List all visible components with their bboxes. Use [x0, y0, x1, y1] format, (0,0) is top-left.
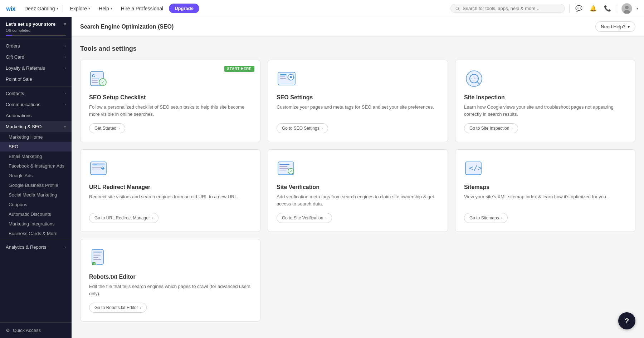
card-site-inspection: Site Inspection Learn how Google views y… [455, 60, 635, 142]
sidebar-setup: Let's set up your store ▾ 1/9 completed [0, 17, 72, 39]
svg-rect-36 [279, 168, 289, 169]
sidebar-sub-discounts[interactable]: Automatic Discounts [0, 209, 72, 219]
sidebar-sub-seo[interactable]: SEO [0, 142, 72, 151]
help-fab[interactable]: ? [618, 312, 635, 329]
explore-link[interactable]: Explore ▾ [67, 4, 93, 13]
sidebar-item-automations[interactable]: Automations [0, 110, 72, 121]
sidebar-item-loyalty-chevron: › [65, 66, 66, 70]
need-help-label: Need Help? [601, 24, 625, 29]
bell-icon[interactable]: 🔔 [588, 4, 598, 14]
card-seo-settings-btn[interactable]: Go to SEO Settings › [277, 123, 328, 133]
sidebar-item-loyalty[interactable]: Loyalty & Referrals › [0, 63, 72, 74]
sidebar-item-automations-label: Automations [6, 113, 66, 118]
search-icon [455, 6, 460, 11]
svg-rect-43 [93, 252, 102, 253]
svg-text:G: G [92, 74, 95, 78]
sidebar-item-contacts-chevron: › [65, 91, 66, 95]
card-sitemaps-desc: View your site's XML sitemap index & lea… [464, 193, 626, 207]
explore-chevron: ▾ [88, 6, 90, 10]
setup-title[interactable]: Let's set up your store ▾ [6, 21, 66, 27]
search-bar[interactable] [450, 4, 565, 13]
card-site-verification-title: Site Verification [277, 184, 439, 190]
card-url-redirect-desc: Redirect site visitors and search engine… [89, 193, 252, 207]
sidebar-item-communications-chevron: › [65, 103, 66, 106]
sidebar-item-communications[interactable]: Communications › [0, 99, 72, 110]
wix-logo[interactable]: wix [6, 5, 19, 12]
sidebar-item-analytics[interactable]: Analytics & Reports › [0, 242, 72, 253]
avatar-chevron[interactable]: ▾ [636, 6, 638, 10]
card-site-verification-btn-label: Go to Site Verification [282, 215, 323, 220]
sidebar-sub-google-business[interactable]: Google Business Profile [0, 180, 72, 190]
sidebar-sub-facebook[interactable]: Facebook & Instagram Ads [0, 161, 72, 171]
svg-point-4 [625, 6, 629, 9]
sidebar-sub-integrations[interactable]: Marketing Integrations [0, 219, 72, 229]
help-fab-label: ? [625, 317, 629, 325]
layout: Let's set up your store ▾ 1/9 completed … [0, 0, 644, 338]
hire-link[interactable]: Hire a Professional [118, 4, 166, 13]
quick-access-button[interactable]: ⚙ Quick Access [6, 325, 66, 335]
upgrade-button[interactable]: Upgrade [169, 4, 199, 13]
card-site-verification: ✓ Site Verification Add verification met… [268, 149, 448, 232]
workspace-chevron: ▾ [57, 6, 58, 10]
robots-icon: TXT [89, 248, 109, 268]
search-input[interactable] [463, 6, 560, 11]
card-url-redirect-btn[interactable]: Go to URL Redirect Manager › [89, 213, 158, 223]
card-site-inspection-desc: Learn how Google views your site and tro… [464, 104, 626, 118]
sidebar-sub-google-ads[interactable]: Google Ads [0, 171, 72, 180]
need-help-button[interactable]: Need Help? ▾ [595, 21, 635, 32]
card-site-inspection-btn[interactable]: Go to Site Inspection › [464, 123, 518, 133]
sidebar-sub-business-cards[interactable]: Business Cards & More [0, 229, 72, 238]
phone-icon[interactable]: 📞 [602, 4, 613, 14]
sidebar-sub-coupons[interactable]: Coupons [0, 200, 72, 209]
sidebar-item-loyalty-label: Loyalty & Referrals [6, 65, 65, 71]
svg-rect-10 [92, 82, 98, 83]
chat-icon[interactable]: 💬 [574, 4, 584, 14]
start-here-badge: START HERE [224, 66, 254, 72]
svg-rect-35 [279, 166, 287, 167]
card-sitemaps-btn-label: Go to Sitemaps [469, 215, 499, 220]
sidebar-sub-social[interactable]: Social Media Marketing [0, 190, 72, 200]
sidebar-item-contacts[interactable]: Contacts › [0, 88, 72, 99]
workspace-selector[interactable]: Deez Gaming ▾ [24, 6, 58, 11]
sidebar-item-giftcard-label: Gift Card [6, 54, 65, 60]
svg-rect-37 [279, 170, 286, 170]
svg-rect-34 [279, 164, 289, 165]
svg-rect-8 [92, 79, 99, 79]
sidebar: Let's set up your store ▾ 1/9 completed … [0, 17, 72, 338]
card-seo-setup-desc: Follow a personalized checklist of SEO s… [89, 104, 252, 118]
svg-text:✓: ✓ [101, 80, 104, 85]
section-title: Tools and settings [80, 45, 635, 53]
seo-settings-icon [277, 69, 297, 89]
sidebar-sub-marketing-home[interactable]: Marketing Home [0, 132, 72, 142]
card-site-inspection-title: Site Inspection [464, 94, 626, 101]
sidebar-item-contacts-label: Contacts [6, 91, 65, 96]
sidebar-item-pos[interactable]: Point of Sale [0, 74, 72, 85]
sidebar-item-orders-chevron: › [65, 44, 66, 48]
sidebar-item-marketing-chevron: ▾ [64, 125, 66, 129]
card-sitemaps-btn[interactable]: Go to Sitemaps › [464, 213, 508, 223]
svg-rect-45 [93, 255, 101, 256]
main-header: Search Engine Optimization (SEO) Need He… [72, 17, 644, 36]
seo-setup-icon: G ✓ [89, 69, 109, 89]
progress-bar [6, 35, 66, 36]
svg-rect-47 [93, 259, 101, 260]
quick-access-label: Quick Access [13, 328, 41, 333]
svg-rect-46 [93, 257, 98, 258]
card-site-verification-btn[interactable]: Go to Site Verification › [277, 213, 332, 223]
svg-rect-16 [280, 78, 286, 79]
sidebar-item-giftcard[interactable]: Gift Card › [0, 51, 72, 63]
card-robots-btn[interactable]: Go to Robots.txt Editor › [89, 303, 147, 313]
sidebar-item-marketing[interactable]: Marketing & SEO ▾ [0, 121, 72, 132]
card-url-redirect: www. URL Redirect Manager Redirect site … [80, 149, 260, 232]
nav-divider-3 [617, 4, 617, 13]
nav-divider-1 [63, 5, 63, 12]
card-seo-settings-btn-label: Go to SEO Settings [282, 126, 319, 131]
avatar[interactable] [621, 3, 632, 14]
sidebar-sub-email[interactable]: Email Marketing [0, 151, 72, 161]
nav-divider-2 [569, 4, 570, 13]
svg-text:</>: </> [469, 164, 482, 172]
sidebar-item-analytics-label: Analytics & Reports [6, 244, 65, 250]
card-seo-setup-btn[interactable]: Get Started › [89, 123, 125, 133]
help-link[interactable]: Help ▾ [96, 4, 115, 13]
sidebar-item-orders[interactable]: Orders › [0, 40, 72, 51]
